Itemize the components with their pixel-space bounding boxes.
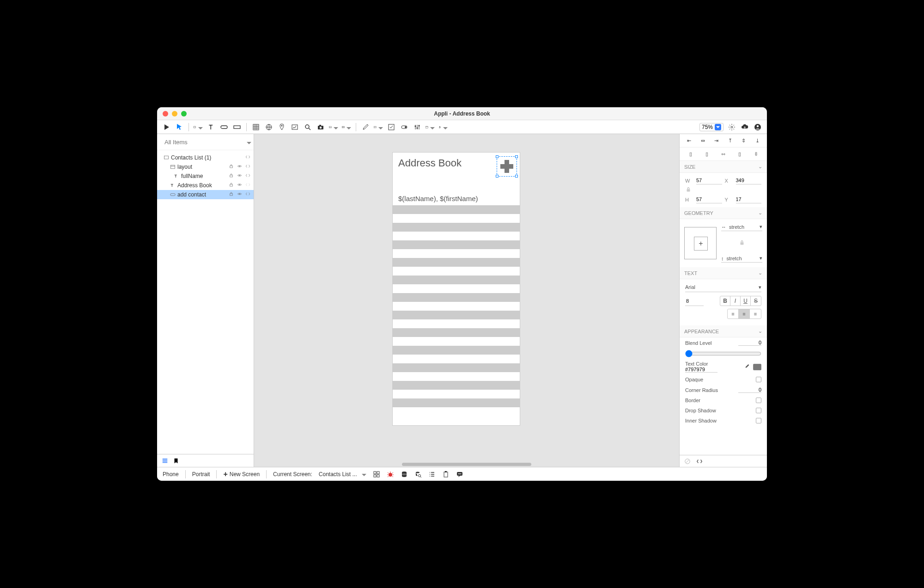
- bookmark-icon[interactable]: [173, 458, 179, 464]
- screen-preview[interactable]: Address Book $(lastName), $(firstName): [393, 153, 520, 425]
- text-color-swatch[interactable]: [753, 364, 761, 370]
- anchor-box[interactable]: +: [684, 227, 717, 259]
- outline-item[interactable]: TAddress Book: [157, 181, 254, 190]
- bold-button[interactable]: B: [720, 296, 730, 306]
- eye-icon[interactable]: [236, 182, 243, 189]
- underline-button[interactable]: U: [741, 296, 751, 306]
- close-window-button[interactable]: [163, 111, 168, 116]
- image-tool-icon[interactable]: [329, 122, 338, 132]
- canvas[interactable]: Address Book $(lastName), $(firstName): [254, 134, 679, 467]
- grid-tool-icon[interactable]: [251, 122, 261, 132]
- blend-level-input[interactable]: [738, 340, 761, 346]
- database-search-icon[interactable]: [414, 471, 422, 478]
- settings-icon[interactable]: [727, 122, 736, 132]
- distribute-center-h-icon[interactable]: ▯: [703, 150, 711, 158]
- align-left-icon[interactable]: ⇤: [686, 137, 693, 144]
- lock-aspect-icon[interactable]: [685, 186, 692, 193]
- bug-icon[interactable]: [387, 471, 394, 478]
- height-input[interactable]: [696, 196, 722, 203]
- eyedropper-icon[interactable]: [744, 364, 750, 370]
- eye-icon[interactable]: [236, 173, 243, 179]
- date-tool-icon[interactable]: [426, 122, 435, 132]
- outline-item[interactable]: Contacts List (1): [157, 153, 254, 162]
- list-view-icon[interactable]: [162, 458, 168, 464]
- field-tool-icon[interactable]: [232, 122, 242, 132]
- screen-title-text[interactable]: Address Book: [398, 157, 514, 169]
- screens-grid-icon[interactable]: [373, 471, 380, 478]
- distribute-right-icon[interactable]: ▯: [736, 150, 743, 158]
- text-align-right-button[interactable]: ≡: [750, 309, 761, 318]
- align-center-v-icon[interactable]: ⇕: [740, 137, 748, 144]
- blend-level-slider[interactable]: [685, 350, 761, 357]
- list-row-template-text[interactable]: $(lastName), $(firstName): [393, 192, 520, 205]
- button-tool-icon[interactable]: [219, 122, 229, 132]
- font-dropdown[interactable]: Arial▾: [685, 283, 761, 292]
- cloud-upload-icon[interactable]: [740, 122, 749, 132]
- chat-icon[interactable]: [456, 471, 463, 478]
- align-bottom-icon[interactable]: ⤓: [754, 137, 761, 144]
- canvas-horizontal-scrollbar[interactable]: [402, 463, 531, 466]
- text-color-input[interactable]: [685, 367, 717, 373]
- code-icon[interactable]: [244, 191, 251, 198]
- x-input[interactable]: [736, 177, 762, 184]
- minimize-window-button[interactable]: [172, 111, 177, 116]
- dropdown-tool-icon[interactable]: [374, 122, 383, 132]
- geometry-section-header[interactable]: GEOMETRY⌄: [680, 207, 767, 219]
- search-tool-icon[interactable]: [303, 122, 312, 132]
- distribute-spacing-h-icon[interactable]: ⇿: [719, 150, 727, 158]
- text-section-header[interactable]: TEXT⌄: [680, 267, 767, 279]
- strikethrough-button[interactable]: S: [751, 296, 761, 306]
- border-checkbox[interactable]: [756, 398, 761, 403]
- inner-shadow-checkbox[interactable]: [756, 418, 761, 423]
- camera-tool-icon[interactable]: [316, 122, 325, 132]
- account-icon[interactable]: [753, 122, 762, 132]
- align-right-icon[interactable]: ⇥: [713, 137, 720, 144]
- zoom-window-button[interactable]: [181, 111, 187, 116]
- code-dim-icon[interactable]: [244, 182, 251, 189]
- font-size-input[interactable]: [685, 296, 704, 306]
- lock-icon[interactable]: [228, 173, 234, 179]
- corner-radius-input[interactable]: [738, 387, 761, 393]
- list-tool-icon[interactable]: [342, 122, 351, 132]
- lock-icon[interactable]: [228, 182, 234, 189]
- user-tool-icon[interactable]: [438, 122, 448, 132]
- outline-search-input[interactable]: [164, 139, 242, 146]
- database-icon[interactable]: [401, 471, 408, 478]
- eye-icon[interactable]: [236, 191, 243, 198]
- text-align-center-button[interactable]: ≡: [739, 309, 750, 318]
- toggle-tool-icon[interactable]: [400, 122, 409, 132]
- distribute-left-icon[interactable]: ▯: [687, 150, 694, 158]
- lock-icon[interactable]: [228, 164, 234, 170]
- slider-tool-icon[interactable]: [413, 122, 422, 132]
- code-icon[interactable]: [244, 154, 251, 161]
- lock-geometry-icon[interactable]: [739, 239, 745, 246]
- align-top-icon[interactable]: ⤒: [726, 137, 734, 144]
- run-icon[interactable]: [162, 122, 171, 132]
- align-center-h-icon[interactable]: ⇔: [699, 137, 706, 144]
- text-align-left-button[interactable]: ≡: [728, 309, 739, 318]
- device-label[interactable]: Phone: [163, 471, 179, 478]
- appearance-section-header[interactable]: APPEARANCE⌄: [680, 325, 767, 337]
- clipboard-icon[interactable]: [442, 471, 450, 478]
- opaque-checkbox[interactable]: [756, 377, 761, 382]
- chart-tool-icon[interactable]: [290, 122, 299, 132]
- italic-button[interactable]: I: [730, 296, 741, 306]
- code-icon[interactable]: [244, 173, 251, 179]
- zoom-selector[interactable]: 75%: [699, 123, 723, 131]
- current-screen-dropdown[interactable]: Contacts List ...: [319, 471, 366, 478]
- width-input[interactable]: [696, 177, 722, 184]
- disabled-icon[interactable]: [684, 458, 691, 465]
- outline-item[interactable]: add contact: [157, 190, 254, 199]
- eye-icon[interactable]: [236, 164, 243, 170]
- v-stretch-dropdown[interactable]: ↕stretch▾: [721, 255, 762, 263]
- text-tool-icon[interactable]: T: [207, 122, 216, 132]
- search-filter-dropdown[interactable]: [245, 138, 251, 146]
- distribute-spacing-v-icon[interactable]: ⇳: [752, 150, 760, 158]
- h-stretch-dropdown[interactable]: ↔stretch▾: [721, 224, 762, 231]
- globe-tool-icon[interactable]: [264, 122, 274, 132]
- y-input[interactable]: [736, 196, 762, 203]
- drop-shadow-checkbox[interactable]: [756, 408, 761, 413]
- size-section-header[interactable]: SIZE⌄: [680, 161, 767, 173]
- code-icon[interactable]: [696, 458, 703, 465]
- outline-item[interactable]: TfullName: [157, 172, 254, 181]
